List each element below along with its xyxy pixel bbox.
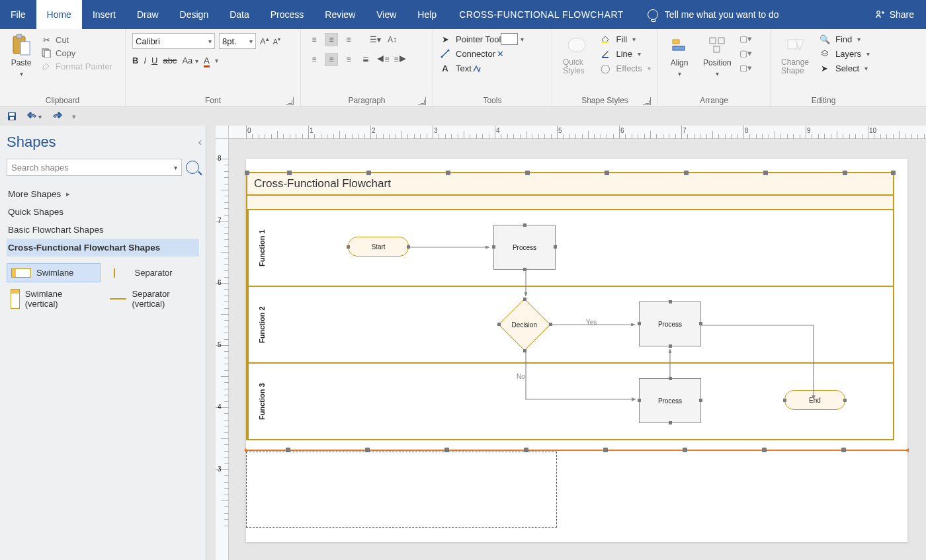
align-left-button[interactable]: ≡ xyxy=(308,53,321,66)
connection-point[interactable] xyxy=(669,300,672,303)
format-painter-button[interactable]: Format Painter xyxy=(41,60,112,73)
strike-button[interactable]: abc xyxy=(163,56,177,65)
justify-button[interactable]: ≣ xyxy=(359,53,372,66)
dialog-launcher-icon[interactable] xyxy=(286,97,294,105)
selection-handle[interactable] xyxy=(762,448,767,452)
collapse-pane-button[interactable]: ‹ xyxy=(198,136,202,148)
connection-point[interactable] xyxy=(497,323,501,326)
copy-button[interactable]: Copy xyxy=(41,46,112,60)
connection-point[interactable] xyxy=(523,223,526,227)
tab-home[interactable]: Home xyxy=(36,0,82,29)
document-title[interactable]: CROSS-FUNCTIONAL FLOWCHART xyxy=(447,0,636,29)
lane-1[interactable]: Function 1 Start Process xyxy=(247,210,893,287)
find-button[interactable]: 🔍Find▾ xyxy=(820,33,870,45)
fill-button[interactable]: Fill▾ xyxy=(600,33,651,45)
selection-handle[interactable] xyxy=(525,171,530,175)
line-button[interactable]: Line▾ xyxy=(600,48,651,60)
align-top-button[interactable]: ≡ xyxy=(308,33,321,46)
dialog-launcher-icon[interactable] xyxy=(418,97,426,105)
selection-handle[interactable] xyxy=(891,171,896,175)
selection-handle[interactable] xyxy=(683,448,687,452)
selection-handle[interactable] xyxy=(843,171,847,175)
selection-handle[interactable] xyxy=(446,171,450,175)
select-button[interactable]: ➤Select▾ xyxy=(820,62,870,74)
selection-handle[interactable] xyxy=(245,171,249,175)
change-shape-button[interactable]: Change Shape xyxy=(777,33,814,77)
stencil-quick-shapes[interactable]: Quick Shapes xyxy=(7,203,199,221)
selection-handle[interactable] xyxy=(605,171,609,175)
tab-help[interactable]: Help xyxy=(407,0,447,29)
share-button[interactable]: Share xyxy=(875,0,926,29)
search-shapes-input[interactable]: Search shapes ▾ xyxy=(7,159,182,176)
shape-process-3[interactable]: Process xyxy=(639,378,701,423)
group-button[interactable]: ▢▾ xyxy=(741,62,751,73)
pointer-tool-button[interactable]: ➤Pointer Tool xyxy=(440,33,501,45)
connection-point[interactable] xyxy=(554,245,557,249)
drawing-canvas[interactable]: 012345678910 876543 Cross-Functional Flo… xyxy=(206,126,926,560)
increase-indent-button[interactable]: ≡⯈ xyxy=(394,53,407,66)
swimlane-container[interactable]: Cross-Functional Flowchart Function 1 St… xyxy=(246,172,894,440)
shape-decision[interactable]: Decision xyxy=(498,298,550,350)
text-tool-button[interactable]: AText xyxy=(440,62,472,74)
send-back-button[interactable]: ▢▾ xyxy=(741,48,751,58)
decrease-indent-button[interactable]: ⯇≡ xyxy=(376,53,390,66)
chevron-down-icon[interactable]: ▾ xyxy=(521,36,524,43)
shape-swimlane[interactable]: Swimlane xyxy=(7,263,101,282)
connection-point[interactable] xyxy=(347,245,350,249)
shape-process-1[interactable]: Process xyxy=(493,225,556,270)
align-button[interactable]: Align▾ xyxy=(665,33,694,79)
connection-point[interactable] xyxy=(843,399,847,402)
rectangle-tool-button[interactable] xyxy=(501,33,518,45)
align-middle-button[interactable]: ≡ xyxy=(325,33,338,46)
search-icon[interactable] xyxy=(186,161,199,174)
underline-button[interactable]: U xyxy=(151,56,157,65)
stencil-more-shapes[interactable]: More Shapes▸ xyxy=(7,185,199,203)
tellme-search[interactable]: Tell me what you want to do xyxy=(648,0,779,29)
font-color-button[interactable]: A xyxy=(204,56,210,65)
connector-tool-button[interactable]: Connector xyxy=(440,48,495,60)
shrink-font-button[interactable]: A▾ xyxy=(273,36,280,46)
shape-separator-vertical[interactable]: Separator (vertical) xyxy=(106,285,200,313)
selection-handle[interactable] xyxy=(366,171,371,175)
effects-button[interactable]: ◯Effects▾ xyxy=(600,62,651,74)
connector-label-no[interactable]: No xyxy=(517,373,525,380)
grow-font-button[interactable]: A▴ xyxy=(260,36,269,46)
shape-swimlane-vertical[interactable]: Swimlane (vertical) xyxy=(7,285,101,313)
chevron-down-icon[interactable]: ▾ xyxy=(215,57,218,64)
connection-point-button[interactable]: ✕ xyxy=(495,48,506,59)
selection-handle[interactable] xyxy=(603,448,608,452)
italic-button[interactable]: I xyxy=(144,56,146,65)
redo-button[interactable] xyxy=(51,112,63,121)
tab-insert[interactable]: Insert xyxy=(82,0,126,29)
stencil-basic-flowchart[interactable]: Basic Flowchart Shapes xyxy=(7,221,199,239)
shape-start[interactable]: Start xyxy=(348,237,409,257)
bring-front-button[interactable]: ▢▾ xyxy=(741,33,751,44)
quick-styles-button[interactable]: Quick Styles xyxy=(559,33,595,77)
case-button[interactable]: Aa ▾ xyxy=(182,56,198,65)
dialog-launcher-icon[interactable] xyxy=(643,97,651,105)
tab-data[interactable]: Data xyxy=(219,0,260,29)
selection-handle[interactable] xyxy=(684,171,689,175)
lane-1-header[interactable]: Function 1 xyxy=(247,210,275,286)
tab-process[interactable]: Process xyxy=(260,0,315,29)
align-right-button[interactable]: ≡ xyxy=(342,53,355,66)
text-direction-button[interactable]: A↕ xyxy=(386,33,399,46)
connector-label-yes[interactable]: Yes xyxy=(586,319,597,326)
swimlane-phase-bar[interactable] xyxy=(247,196,893,210)
save-button[interactable] xyxy=(7,111,17,122)
align-center-button[interactable]: ≡ xyxy=(325,53,338,66)
tab-file[interactable]: File xyxy=(0,0,36,29)
tab-review[interactable]: Review xyxy=(314,0,366,29)
font-name-combo[interactable]: Calibri▾ xyxy=(132,33,215,49)
shape-separator[interactable]: Separator xyxy=(106,263,200,282)
paste-button[interactable]: Paste ▾ xyxy=(7,33,36,79)
connection-point[interactable] xyxy=(669,421,672,424)
tab-view[interactable]: View xyxy=(366,0,407,29)
selection-handle[interactable] xyxy=(763,171,768,175)
layers-button[interactable]: Layers▾ xyxy=(820,48,870,60)
bold-button[interactable]: B xyxy=(132,56,138,65)
tab-draw[interactable]: Draw xyxy=(126,0,169,29)
cut-button[interactable]: ✂Cut xyxy=(41,33,112,46)
freeform-tool-button[interactable] xyxy=(472,63,482,73)
lane-3-header[interactable]: Function 3 xyxy=(247,364,275,439)
